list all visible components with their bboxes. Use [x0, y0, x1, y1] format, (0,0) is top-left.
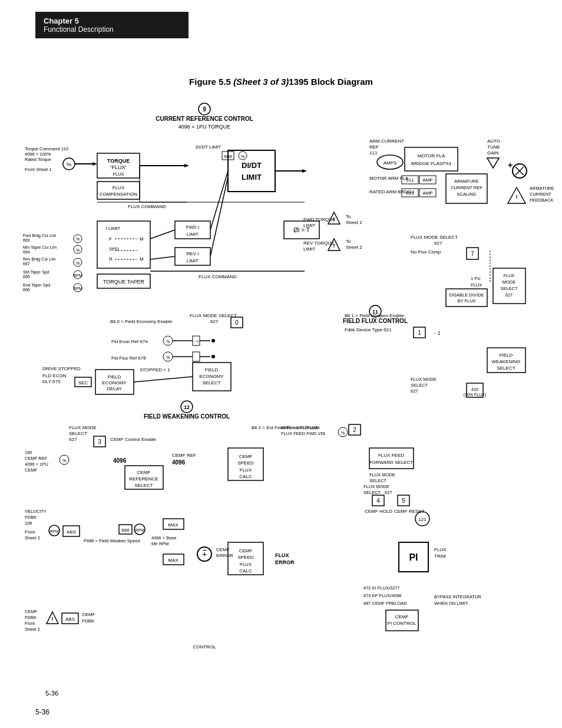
svg-text:TRIM: TRIM — [434, 554, 446, 559]
svg-text:FIELD: FIELD — [205, 367, 219, 373]
svg-text:SELECT: SELECT — [369, 478, 387, 483]
svg-text:WEAKENING: WEAKENING — [492, 359, 521, 364]
svg-text:12: 12 — [184, 404, 190, 410]
svg-text:Sheet 2: Sheet 2 — [25, 535, 40, 541]
svg-text:%: % — [241, 154, 244, 159]
svg-text:%: % — [76, 261, 80, 265]
svg-point-163 — [211, 339, 215, 342]
svg-text:MAX: MAX — [168, 558, 178, 563]
svg-text:COMPENSATION: COMPENSATION — [100, 192, 138, 197]
svg-text:To: To — [346, 214, 351, 219]
svg-text:FDBK: FDBK — [25, 615, 37, 620]
svg-text:CEMF REF: CEMF REF — [172, 453, 196, 458]
svg-text:AMP: AMP — [422, 190, 432, 196]
svg-text:DISABLE DIVIDE: DISABLE DIVIDE — [449, 292, 484, 298]
svg-text:FLUX: FLUX — [113, 172, 124, 177]
svg-text:FLUX COMMAND: FLUX COMMAND — [128, 204, 166, 209]
block-diagram-svg: 9 CURRENT REFERENCE CONTROL 4096 = 1PU T… — [18, 94, 556, 707]
svg-text:MOTOR FLA: MOTOR FLA — [418, 153, 445, 159]
svg-text:666: 666 — [23, 288, 30, 292]
svg-text:ARMATURE: ARMATURE — [530, 186, 554, 191]
header-box: Chapter 5 Functional Description — [35, 12, 189, 38]
svg-text:SELECT: SELECT — [497, 365, 515, 371]
svg-text:%: % — [166, 340, 170, 344]
svg-text:SELECT: SELECT — [500, 286, 518, 291]
svg-text:AUTO: AUTO — [487, 139, 500, 144]
svg-text:CEMF REF: CEMF REF — [25, 456, 48, 461]
svg-text:To: To — [346, 239, 351, 244]
svg-text:Sheet 2: Sheet 2 — [346, 220, 362, 225]
svg-text:FLUX MODE: FLUX MODE — [411, 377, 437, 382]
svg-text:4096 = Base: 4096 = Base — [151, 535, 176, 541]
svg-text:1: 1 — [418, 330, 421, 336]
svg-text:WHEN ON LIMIT: WHEN ON LIMIT — [434, 601, 468, 606]
svg-text:3: 3 — [98, 439, 101, 445]
svg-text:LIMIT: LIMIT — [303, 246, 316, 252]
svg-text:CEMF: CEMF — [239, 548, 253, 554]
svg-text:668: 668 — [224, 154, 232, 159]
svg-text:687 CEMF PRELOAD: 687 CEMF PRELOAD — [363, 601, 407, 606]
svg-text:106: 106 — [25, 521, 32, 526]
svg-text:R: R — [109, 256, 113, 262]
svg-text:!: ! — [516, 194, 518, 200]
svg-text:!: ! — [52, 616, 54, 622]
svg-text:CEMF RESET: CEMF RESET — [394, 509, 425, 514]
svg-text:RPM: RPM — [135, 528, 144, 532]
svg-text:Bit 0 = Field Economy Enable: Bit 0 = Field Economy Enable — [110, 319, 173, 324]
svg-text:FLUX COMMAND: FLUX COMMAND — [199, 274, 237, 279]
svg-text:FLUX MODE: FLUX MODE — [69, 425, 97, 430]
svg-text:FLUX: FLUX — [275, 552, 289, 558]
svg-text:DI/DT LIMIT: DI/DT LIMIT — [196, 144, 222, 150]
chapter-sub: Functional Description — [44, 25, 180, 34]
svg-text:%: % — [67, 162, 71, 167]
svg-text:SELECT: SELECT — [69, 431, 87, 436]
svg-point-170 — [211, 355, 215, 358]
svg-text:ARMATURE: ARMATURE — [454, 179, 479, 184]
svg-text:663: 663 — [23, 238, 30, 242]
svg-text:FLUX: FLUX — [471, 282, 482, 288]
svg-text:+: + — [508, 160, 513, 170]
svg-text:AMPS: AMPS — [384, 160, 397, 166]
svg-text:CURRENT: CURRENT — [530, 192, 551, 197]
svg-text:111: 111 — [369, 150, 378, 156]
svg-text:LIMIT: LIMIT — [187, 232, 199, 237]
svg-text:DELAY: DELAY — [107, 386, 122, 391]
svg-text:627: 627 — [210, 319, 219, 324]
svg-text:BYPASS INTEGRATOR: BYPASS INTEGRATOR — [434, 594, 482, 599]
svg-text:M: M — [140, 236, 144, 242]
svg-text:REV TORQUE: REV TORQUE — [303, 241, 335, 246]
svg-text:REFERENCE: REFERENCE — [129, 476, 158, 482]
svg-text:Sheet 2: Sheet 2 — [346, 245, 362, 250]
svg-text:4096: 4096 — [113, 457, 127, 464]
svg-text:From Sheet 1: From Sheet 1 — [25, 167, 51, 172]
svg-text:ABS: ABS — [67, 529, 76, 535]
svg-text:TORQUE TAPER: TORQUE TAPER — [103, 279, 145, 285]
svg-text:!: ! — [333, 243, 335, 249]
svg-text:4096 = 1PU TORQUE: 4096 = 1PU TORQUE — [178, 124, 230, 130]
svg-text:FLUX FEED FWD 159: FLUX FEED FWD 159 — [281, 431, 325, 436]
svg-text:667: 667 — [23, 262, 30, 266]
svg-text:BRIDGE FLASPX4: BRIDGE FLASPX4 — [411, 161, 452, 166]
svg-text:'FLUX': 'FLUX' — [111, 164, 127, 170]
svg-text:RPM: RPM — [73, 274, 82, 278]
svg-text:CEMF: CEMF — [395, 614, 409, 620]
svg-text:121: 121 — [418, 517, 427, 522]
svg-text:RPM: RPM — [73, 286, 82, 291]
svg-text:Min Taper Cur Lim: Min Taper Cur Lim — [23, 245, 57, 250]
svg-text:FLUX: FLUX — [434, 547, 447, 552]
svg-text:4096 = 1 PU FLUX: 4096 = 1 PU FLUX — [281, 425, 318, 430]
svg-text:FLUX MODE: FLUX MODE — [363, 484, 389, 489]
svg-text:Fld Flux Ref 676: Fld Flux Ref 676 — [111, 355, 146, 361]
svg-text:FLUX: FLUX — [503, 273, 514, 278]
svg-text:ECONOMY: ECONOMY — [102, 380, 127, 386]
figure-subtitle: 1395 Block Diagram — [289, 77, 373, 87]
svg-text:SPEED: SPEED — [237, 555, 253, 560]
svg-text:STOPPED = 1: STOPPED = 1 — [140, 367, 170, 373]
svg-text:BY FLUX: BY FLUX — [457, 298, 475, 304]
svg-text:REV I: REV I — [187, 251, 199, 256]
svg-text:FIELD: FIELD — [108, 374, 121, 380]
svg-text:686: 686 — [121, 528, 130, 533]
svg-text:LIMIT: LIMIT — [242, 173, 262, 182]
svg-text:M: M — [140, 256, 144, 262]
svg-text:From: From — [25, 621, 35, 626]
